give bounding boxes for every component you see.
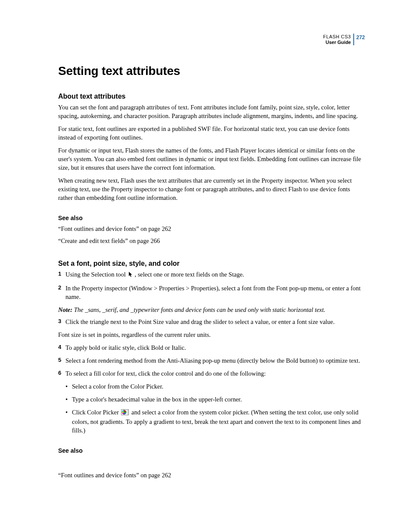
product-name: FLASH CS3: [323, 34, 351, 40]
about-p2: For static text, font outlines are expor…: [58, 124, 365, 142]
step-number: 4: [58, 343, 61, 351]
note-body: The _sans, _serif, and _typewriter fonts…: [72, 306, 325, 313]
steps-list-3: 4 To apply bold or italic style, click B…: [58, 343, 365, 378]
step-number: 1: [58, 270, 61, 278]
step-4: 4 To apply bold or italic style, click B…: [58, 343, 365, 352]
page-header: FLASH CS3 User Guide 272: [323, 34, 365, 45]
step-number: 3: [58, 317, 61, 325]
step-number: 6: [58, 369, 61, 377]
about-p4: When creating new text, Flash uses the t…: [58, 176, 365, 202]
step-6-text: To select a fill color for text, click t…: [65, 370, 266, 377]
selection-tool-icon: [128, 271, 134, 280]
header-text: FLASH CS3 User Guide: [323, 34, 353, 45]
steps-list: 1 Using the Selection tool , select one …: [58, 270, 365, 301]
page-number: 272: [354, 34, 365, 45]
step-3-text: Click the triangle next to the Point Siz…: [65, 318, 335, 325]
about-p1: You can set the font and paragraph attri…: [58, 103, 365, 120]
step-3: 3 Click the triangle next to the Point S…: [58, 317, 365, 326]
see-also-link-2[interactable]: “Create and edit text fields” on page 26…: [58, 236, 365, 245]
page-title: Setting text attributes: [58, 63, 365, 80]
see-also-link-1[interactable]: “Font outlines and device fonts” on page…: [58, 224, 365, 233]
svg-rect-2: [127, 410, 128, 415]
bullet-2: Type a color's hexadecimal value in the …: [65, 395, 365, 404]
note: Note: The _sans, _serif, and _typewriter…: [58, 305, 365, 314]
see-also-heading-1: See also: [58, 214, 365, 222]
page-content: Setting text attributes About text attri…: [58, 63, 365, 479]
step-4-text: To apply bold or italic style, click Bol…: [65, 344, 186, 351]
set-heading: Set a font, point size, style, and color: [58, 259, 365, 268]
step-1: 1 Using the Selection tool , select one …: [58, 270, 365, 280]
step-2-text: In the Property inspector (Window > Prop…: [65, 285, 361, 300]
step-number: 2: [58, 284, 61, 292]
step-5-text: Select a font rendering method from the …: [65, 357, 360, 364]
step-5: 5 Select a font rendering method from th…: [58, 356, 365, 365]
guide-name: User Guide: [323, 40, 351, 45]
after-step-3: Font size is set in points, regardless o…: [58, 330, 365, 339]
see-also-heading-2: See also: [58, 447, 365, 455]
about-heading: About text attributes: [58, 92, 365, 101]
step-number: 5: [58, 356, 61, 364]
bullet-2-text: Type a color's hexadecimal value in the …: [72, 396, 242, 403]
color-picker-icon: [121, 409, 129, 417]
bullet-1: Select a color from the Color Picker.: [65, 382, 365, 391]
note-label: Note:: [58, 306, 72, 313]
step-1-text-a: Using the Selection tool: [65, 271, 127, 278]
step-6: 6 To select a fill color for text, click…: [58, 369, 365, 378]
bullets-list: Select a color from the Color Picker. Ty…: [58, 382, 365, 435]
about-p3: For dynamic or input text, Flash stores …: [58, 146, 365, 172]
bullet-1-text: Select a color from the Color Picker.: [72, 383, 163, 390]
bullet-3-text-a: Click Color Picker: [72, 409, 120, 416]
steps-list-2: 3 Click the triangle next to the Point S…: [58, 317, 365, 326]
step-1-text-b: , select one or more text fields on the …: [134, 271, 244, 278]
page-container: FLASH CS3 User Guide 272 Setting text at…: [58, 34, 365, 483]
step-2: 2 In the Property inspector (Window > Pr…: [58, 284, 365, 301]
bullet-3: Click Color Picker and select a color fr…: [65, 408, 365, 435]
see-also-link-3[interactable]: “Font outlines and device fonts” on page…: [58, 471, 365, 479]
